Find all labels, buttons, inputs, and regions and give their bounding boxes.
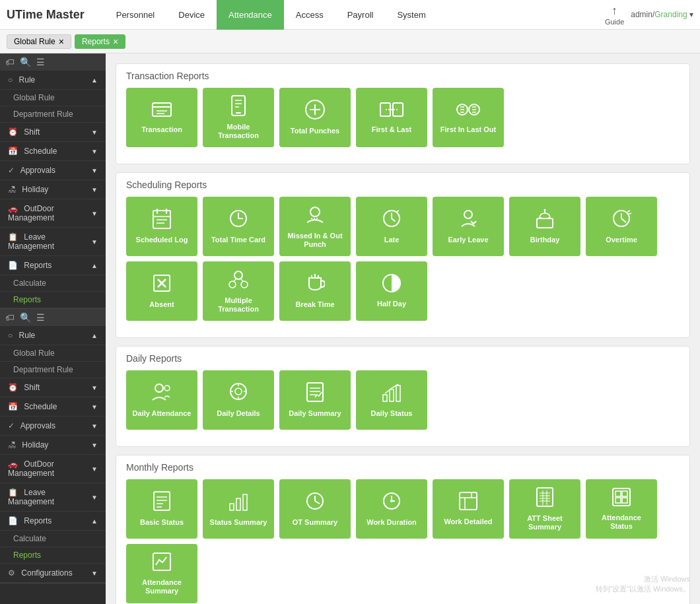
card-missed-in-out-punch[interactable]: Missed In & Out Punch <box>279 197 351 256</box>
card-break-time[interactable]: Break Time <box>279 261 351 321</box>
nav-personnel[interactable]: Personnel <box>104 0 167 30</box>
multiple-transaction-label: Multiple Transaction <box>208 296 269 314</box>
sidebar-reports-1[interactable]: 📄 Reports ▲ <box>0 256 106 275</box>
content-area: Transaction Reports Transaction Mobile T… <box>106 53 700 604</box>
svg-point-62 <box>164 386 170 391</box>
card-overtime[interactable]: Overtime <box>586 197 657 256</box>
tab-global-rule[interactable]: Global Rule × <box>7 34 71 49</box>
attendance-status-icon <box>612 487 631 510</box>
card-first-in-last-out[interactable]: First In Last Out <box>433 88 504 147</box>
nav-system[interactable]: System <box>385 0 437 30</box>
sidebar-rule-2[interactable]: ○ Rule ▲ <box>0 326 106 345</box>
card-work-detailed[interactable]: Work Detailed <box>433 479 504 539</box>
card-status-summary[interactable]: Status Summary <box>203 479 274 539</box>
sidebar-leave-1[interactable]: 📋 Leave Management ▼ <box>0 228 106 256</box>
card-daily-details[interactable]: Daily Details <box>203 370 274 430</box>
nav-payroll[interactable]: Payroll <box>335 0 386 30</box>
card-ot-summary[interactable]: OT Summary <box>279 479 351 539</box>
svg-line-36 <box>392 218 395 221</box>
menu-icon-2[interactable]: ☰ <box>36 312 45 323</box>
ot-summary-label: OT Summary <box>293 518 337 527</box>
card-daily-summary[interactable]: Daily Summary <box>279 370 351 430</box>
overtime-icon <box>612 208 631 232</box>
svg-line-86 <box>315 501 320 504</box>
card-first-last[interactable]: First & Last <box>356 88 427 147</box>
card-daily-status[interactable]: Daily Status <box>356 370 427 430</box>
sidebar-shift-1[interactable]: ⏰ Shift ▼ <box>0 123 106 142</box>
svg-rect-69 <box>307 383 323 401</box>
sidebar-rule-1[interactable]: ○ Rule ▲ <box>0 71 106 90</box>
card-basic-status[interactable]: Basic Status <box>126 479 197 539</box>
sidebar-calculate-1[interactable]: Calculate <box>0 275 106 292</box>
transaction-reports-section: Transaction Reports Transaction Mobile T… <box>116 63 690 164</box>
tab-reports-close[interactable]: × <box>113 37 118 46</box>
sidebar-schedule-1[interactable]: 📅 Schedule ▼ <box>0 142 106 161</box>
sidebar-outdoor-1[interactable]: 🚗 OutDoor Management ▼ <box>0 199 106 228</box>
break-time-label: Break Time <box>295 300 334 309</box>
sidebar-holiday-2[interactable]: 🏖 Holiday ▼ <box>0 436 106 455</box>
card-attendance-summary[interactable]: Attendance Summary <box>126 544 197 603</box>
sidebar-department-rule-2[interactable]: Department Rule <box>0 362 106 378</box>
svg-point-53 <box>229 281 236 288</box>
guide-button[interactable]: ↑ Guide <box>605 4 624 26</box>
card-attendance-status[interactable]: Attendance Status <box>586 479 657 539</box>
monthly-reports-title: Monthly Reports <box>126 462 680 473</box>
tag-icon[interactable]: 🏷 <box>5 57 15 67</box>
sidebar-configurations[interactable]: ⚙ Configurations ▼ <box>0 564 106 583</box>
sidebar-reports-sub-1[interactable]: Reports <box>0 292 106 308</box>
sidebar-approvals-1[interactable]: ✓ Approvals ▼ <box>0 161 106 180</box>
sidebar-department-rule-1[interactable]: Department Rule <box>0 106 106 123</box>
card-att-sheet-summary[interactable]: ATT Sheet Summary <box>509 479 580 539</box>
scheduled-log-label: Scheduled Log <box>136 236 188 244</box>
card-scheduled-log[interactable]: Scheduled Log <box>126 197 197 256</box>
sidebar-shift-2[interactable]: ⏰ Shift ▼ <box>0 378 106 397</box>
sidebar-leave-2[interactable]: 📋 Leave Management ▼ <box>0 483 106 512</box>
svg-point-32 <box>310 207 320 217</box>
nav-access[interactable]: Access <box>284 0 335 30</box>
card-total-time-card[interactable]: Total Time Card <box>203 197 274 256</box>
holiday-arrow-2: ▼ <box>91 442 98 449</box>
transaction-label: Transaction <box>141 125 182 134</box>
sidebar-calculate-2[interactable]: Calculate <box>0 531 106 547</box>
card-mobile-transaction[interactable]: Mobile Transaction <box>203 88 274 147</box>
daily-summary-label: Daily Summary <box>289 409 341 418</box>
nav-attendance[interactable]: Attendance <box>217 0 284 30</box>
sidebar-reports-2[interactable]: 📄 Reports ▲ <box>0 512 106 531</box>
tag-icon-2[interactable]: 🏷 <box>5 312 15 323</box>
schedule-icon-1: 📅 <box>8 147 18 156</box>
card-absent[interactable]: Absent <box>126 261 197 321</box>
svg-point-88 <box>390 500 393 502</box>
top-navigation: UTime Master Personnel Device Attendance… <box>0 0 700 30</box>
reports-arrow-1: ▲ <box>91 262 98 269</box>
search-icon-1[interactable]: 🔍 <box>20 57 31 67</box>
status-summary-icon <box>228 490 248 515</box>
sidebar-holiday-1[interactable]: 🏖 Holiday ▼ <box>0 180 106 199</box>
search-icon-2[interactable]: 🔍 <box>20 312 31 323</box>
sidebar-reports-sub-2[interactable]: Reports <box>0 547 106 564</box>
user-name[interactable]: Granding <box>654 10 687 19</box>
transaction-reports-title: Transaction Reports <box>126 71 680 81</box>
svg-rect-39 <box>537 218 553 228</box>
svg-rect-74 <box>390 389 394 401</box>
card-work-duration[interactable]: Work Duration <box>356 479 427 539</box>
sidebar-outdoor-2[interactable]: 🚗 OutDoor Management ▼ <box>0 455 106 483</box>
card-multiple-transaction[interactable]: Multiple Transaction <box>203 261 274 321</box>
tab-global-rule-close[interactable]: × <box>59 37 64 46</box>
card-daily-attendance[interactable]: Daily Attendance <box>126 370 197 430</box>
nav-device[interactable]: Device <box>166 0 217 30</box>
menu-icon-1[interactable]: ☰ <box>36 57 45 67</box>
card-transaction[interactable]: Transaction <box>126 88 197 147</box>
card-late[interactable]: Late <box>356 197 427 256</box>
sidebar-global-rule-2[interactable]: Global Rule <box>0 345 106 362</box>
early-leave-label: Early Leave <box>448 236 488 244</box>
card-total-punches[interactable]: Total Punches <box>279 88 351 147</box>
tab-reports[interactable]: Reports × <box>75 34 125 49</box>
svg-rect-73 <box>383 395 387 401</box>
sidebar-schedule-2[interactable]: 📅 Schedule ▼ <box>0 397 106 417</box>
card-birthday[interactable]: Birthday <box>509 197 580 256</box>
tab-bar: Global Rule × Reports × <box>0 30 700 53</box>
card-half-day[interactable]: Half Day <box>356 261 427 321</box>
card-early-leave[interactable]: Early Leave <box>433 197 504 256</box>
sidebar-approvals-2[interactable]: ✓ Approvals ▼ <box>0 417 106 436</box>
sidebar-global-rule-1[interactable]: Global Rule <box>0 90 106 106</box>
